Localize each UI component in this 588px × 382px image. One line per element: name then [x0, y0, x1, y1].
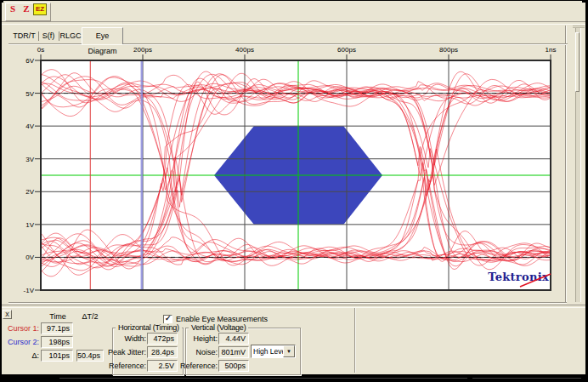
window-grip-lines: [573, 26, 585, 26]
x-axis-tick-label: 200ps: [133, 46, 152, 54]
column-header-time: Time: [42, 311, 73, 322]
column-header-delta-t2: ΔT/2: [75, 311, 105, 322]
bottom-frame-line: [472, 378, 581, 379]
height-label: Height:: [178, 334, 218, 344]
noise-field[interactable]: 801mV: [218, 346, 249, 358]
vertical-voltage-title: Vertical (Voltage): [189, 323, 248, 332]
x-axis-tick-label: 400ps: [235, 46, 254, 54]
y-axis-tick-label: 5V: [12, 89, 34, 99]
width-label: Width:: [107, 334, 146, 344]
x-axis-tick-label: 1ns: [546, 46, 557, 54]
tab-tdrt[interactable]: TDR/T: [11, 31, 37, 42]
panel-divider: [2, 305, 585, 308]
delta-label: Δ:: [0, 351, 39, 361]
noise-level-select[interactable]: High Level ▼: [251, 345, 296, 358]
impedance-tool-button[interactable]: Z: [20, 3, 32, 15]
close-measurement-panel-button[interactable]: x: [3, 310, 12, 319]
tab-page-bottom-edge-highlight: [8, 303, 567, 304]
tab-rlgc[interactable]: RLGC: [59, 31, 82, 42]
app-window: S Z EZ TDR/T S(f) RLGC Eye Diagram Tektr…: [0, 0, 588, 382]
width-field[interactable]: 472ps: [147, 333, 178, 345]
y-axis-tick-label: 4V: [12, 122, 34, 131]
x-axis-tick-label: 600ps: [337, 46, 356, 54]
bottom-frame-line: [59, 378, 467, 379]
delta-time-field[interactable]: 101ps: [41, 350, 73, 362]
chevron-down-icon[interactable]: ▼: [283, 345, 295, 357]
horizontal-timing-title: Horizontal (Timing): [116, 323, 182, 332]
horizontal-reference-field[interactable]: 2.5V: [147, 360, 178, 372]
vertical-reference-field[interactable]: 500ps: [218, 360, 249, 372]
cursor1-label: Cursor 1:: [0, 323, 39, 334]
checkmark-icon: ✓: [165, 314, 172, 322]
y-axis-tick-label: 2V: [12, 187, 34, 197]
eye-diagram-plot[interactable]: Tektronix: [24, 43, 568, 299]
vertical-scrollbar-thumb[interactable]: [575, 32, 580, 92]
y-axis-tick-label: 3V: [12, 155, 34, 164]
delta-t2-field[interactable]: 50.4ps: [76, 350, 104, 362]
tektronix-logo: Tektronix: [488, 271, 549, 283]
y-axis-tick-label: -1V: [12, 286, 34, 295]
y-axis-tick-label: 6V: [12, 56, 34, 66]
bottom-panel-divider-highlight: [355, 308, 356, 373]
horizontal-reference-label: Reference:: [107, 361, 146, 371]
vertical-reference-label: Reference:: [178, 361, 218, 371]
peak-jitter-field[interactable]: 28.4ps: [147, 346, 178, 358]
x-axis-tick-label: 0s: [37, 46, 44, 54]
peak-jitter-label: Peak Jitter:: [107, 347, 146, 357]
toolbar: S Z EZ: [3, 1, 582, 21]
tab-eye-diagram[interactable]: Eye Diagram: [82, 27, 123, 44]
tab-sf[interactable]: S(f): [39, 31, 58, 42]
y-axis-tick-label: 1V: [12, 220, 34, 230]
cursor2-label: Cursor 2:: [0, 337, 39, 347]
toolbar-separator: [2, 21, 585, 25]
height-field[interactable]: 4.44V: [218, 333, 249, 345]
s-parameter-tool-button[interactable]: S: [7, 3, 19, 15]
noise-label: Noise:: [178, 347, 218, 357]
y-axis-tick-label: 0V: [12, 253, 34, 262]
x-axis-tick-label: 800ps: [439, 46, 458, 54]
eye-diagram-tool-button[interactable]: EZ: [33, 3, 47, 15]
cursor1-time-field[interactable]: 97.1ps: [41, 322, 73, 334]
cursor2-time-field[interactable]: 198ps: [41, 336, 73, 348]
